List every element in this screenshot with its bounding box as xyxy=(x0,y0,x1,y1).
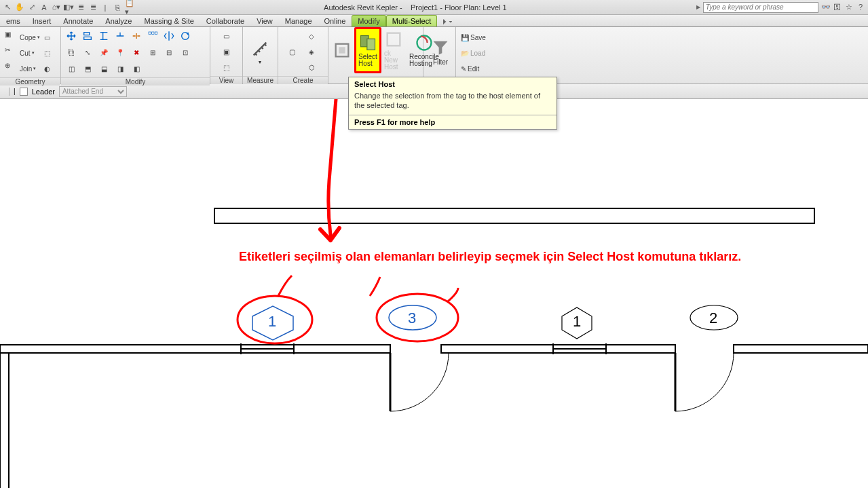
tab-manage[interactable]: Manage xyxy=(279,15,318,26)
mod-tool8-button[interactable]: ◧ xyxy=(129,61,144,76)
mirror-button[interactable] xyxy=(162,29,176,43)
tab-annotate[interactable]: Annotate xyxy=(57,15,99,26)
mod-tool3-button[interactable]: ⊡ xyxy=(178,45,193,60)
filter-button[interactable]: Filter xyxy=(426,29,455,75)
leader-checkbox[interactable] xyxy=(20,88,28,96)
select-host-button[interactable]: SelectHost xyxy=(354,27,381,73)
tab-view[interactable]: View xyxy=(250,15,279,26)
tab-massing-site[interactable]: Massing & Site xyxy=(138,15,200,26)
app-name: Autodesk Revit Kepler - xyxy=(324,3,402,12)
window-title: Autodesk Revit Kepler - Project1 - Floor… xyxy=(134,3,696,12)
measure-button[interactable]: ▼ xyxy=(246,29,274,75)
copy-button[interactable]: ⿻ xyxy=(64,45,79,60)
tab-overflow-icon[interactable]: ⏵▾ xyxy=(437,16,457,26)
offset-button[interactable] xyxy=(96,29,111,43)
home-icon[interactable]: ⌂▾ xyxy=(52,3,61,12)
cope-button[interactable]: ▣Cope▾ xyxy=(3,30,42,45)
edit-selection-button[interactable]: ✎Edit xyxy=(459,61,481,76)
svg-rect-0 xyxy=(149,32,151,34)
ortho-icon[interactable]: ◧▾ xyxy=(64,3,73,12)
join-button[interactable]: ⊕Join▾ xyxy=(3,61,38,76)
panel-create-label: Create xyxy=(278,76,328,84)
svg-rect-9 xyxy=(214,208,814,223)
tag-ellipse-3-selected[interactable]: 3 xyxy=(389,305,436,330)
scale-button[interactable]: ⤡ xyxy=(80,45,95,60)
tab-context-multiselect[interactable]: Multi-Select xyxy=(386,15,437,26)
tag-hex-1-selected[interactable]: 1 xyxy=(252,306,293,340)
leader-label: Leader xyxy=(32,88,55,96)
paste-icon[interactable]: 📋▾ xyxy=(125,3,134,12)
align-button[interactable] xyxy=(80,29,95,43)
cope-label: Cope xyxy=(20,34,36,41)
copy-icon[interactable]: ⎘ xyxy=(113,3,122,12)
split-button[interactable] xyxy=(129,29,144,43)
array-button[interactable] xyxy=(145,29,160,43)
tab-ems[interactable]: ems xyxy=(0,15,26,26)
panel-geometry-label: Geometry xyxy=(0,77,60,86)
panel-selection: 💾Save 📂Load ✎Edit xyxy=(456,27,491,83)
align-right-icon[interactable]: ≣ xyxy=(88,3,98,12)
help-icon[interactable]: ? xyxy=(856,2,865,12)
create-tool1-button[interactable]: ▢ xyxy=(281,41,303,62)
create-tool3-button[interactable]: ◈ xyxy=(304,44,319,59)
save-selection-button[interactable]: 💾Save xyxy=(459,30,488,45)
tab-insert[interactable]: Insert xyxy=(26,15,58,26)
tag-hex-1[interactable]: 1 xyxy=(562,307,592,339)
view-tool3-button[interactable]: ⬚ xyxy=(219,60,234,75)
cursor-icon[interactable]: ↖ xyxy=(3,3,12,12)
geom-tool3-button[interactable]: ◐ xyxy=(39,61,54,76)
align-left-icon[interactable]: ≣ xyxy=(76,3,86,12)
ribbon-tabs: ems Insert Annotate Analyze Massing & Si… xyxy=(0,15,868,27)
trim-icon xyxy=(115,31,126,41)
tag-ellipse-2[interactable]: 2 xyxy=(690,305,738,330)
unpin-button[interactable]: 📍 xyxy=(113,45,128,60)
mod-tool2-button[interactable]: ⊟ xyxy=(162,45,176,60)
create-tool2-button[interactable]: ◇ xyxy=(304,29,319,43)
mod-tool4-button[interactable]: ◫ xyxy=(64,61,79,76)
rotate-button[interactable] xyxy=(178,29,193,43)
pin-button[interactable]: 📌 xyxy=(96,45,111,60)
annotation-text: Etiketleri seçilmiş olan elemanları beli… xyxy=(239,250,741,264)
view-tool2-button[interactable]: ▣ xyxy=(219,44,234,59)
tag-1-text: 1 xyxy=(268,313,276,330)
star-icon[interactable]: ☆ xyxy=(844,3,854,12)
options-context-label xyxy=(3,88,10,96)
cut-button[interactable]: ✂Cut▾ xyxy=(3,45,37,60)
split-icon xyxy=(131,31,142,41)
key-icon[interactable]: ⚿ xyxy=(833,2,842,12)
panel-modify: ⿻ ⤡ 📌 📍 ✖ ⊞ ⊟ ⊡ ◫ ⬒ ⬓ ◨ ◧ Modify xyxy=(61,27,210,83)
text-icon[interactable]: A xyxy=(39,3,49,12)
measure-icon xyxy=(250,39,269,58)
hand-icon[interactable]: ✋ xyxy=(15,3,24,12)
mod-tool1-button[interactable]: ⊞ xyxy=(145,45,160,60)
geom-tool2-button[interactable]: ⬚ xyxy=(39,45,54,60)
edit-family-button[interactable] xyxy=(330,27,354,73)
move-button[interactable] xyxy=(64,29,79,43)
svg-rect-16 xyxy=(294,345,390,353)
panel-measure-label: Measure xyxy=(243,76,278,84)
view-tool1-button[interactable]: ▭ xyxy=(219,29,234,43)
tab-analyze[interactable]: Analyze xyxy=(99,15,138,26)
tab-modify[interactable]: Modify xyxy=(352,15,385,26)
edit-label: Edit xyxy=(468,65,479,73)
geom-tool1-button[interactable]: ▭ xyxy=(39,30,54,45)
svg-rect-10 xyxy=(0,345,241,353)
mod-tool6-button[interactable]: ⬓ xyxy=(96,61,111,76)
panel-measure: ▼ Measure xyxy=(243,27,278,83)
drawing-canvas[interactable]: 1 3 1 2 xyxy=(0,99,868,488)
cut-icon: ✂ xyxy=(5,46,18,60)
mod-tool5-button[interactable]: ⬒ xyxy=(80,61,95,76)
binoculars-icon[interactable]: 👓 xyxy=(821,3,831,12)
trim-button[interactable] xyxy=(113,29,128,43)
join-label: Join xyxy=(20,65,32,73)
tab-collaborate[interactable]: Collaborate xyxy=(200,15,250,26)
doc-name: Project1 - Floor Plan: Level 1 xyxy=(411,3,507,12)
cope-icon: ▣ xyxy=(5,31,18,44)
delete-button[interactable]: ✖ xyxy=(129,45,144,60)
create-tool4-button[interactable]: ⬡ xyxy=(304,60,319,75)
tab-online[interactable]: Online xyxy=(318,15,352,26)
mod-tool7-button[interactable]: ◨ xyxy=(113,61,128,76)
nav-icon[interactable]: ⤢ xyxy=(27,3,37,12)
search-input[interactable] xyxy=(703,2,818,13)
tooltip-select-host: Select Host Change the selection from th… xyxy=(348,77,557,130)
